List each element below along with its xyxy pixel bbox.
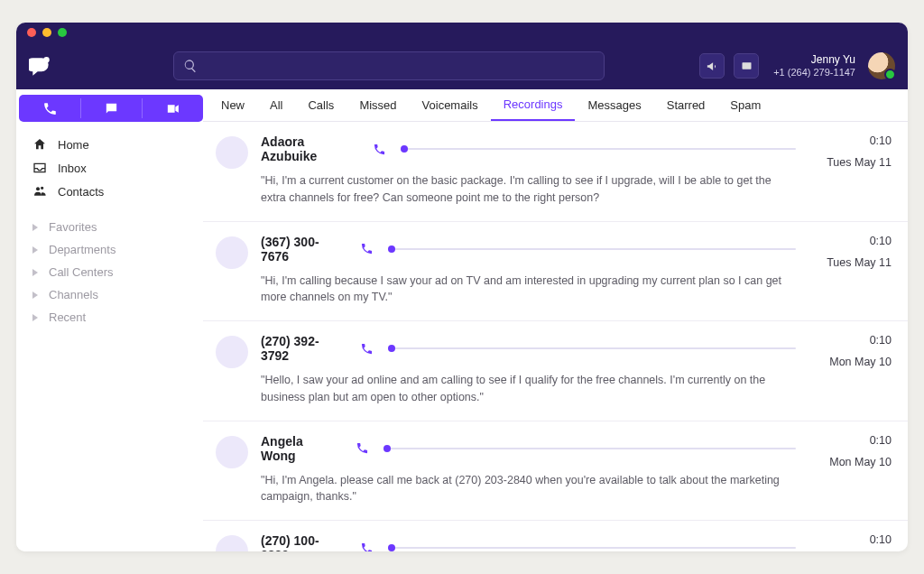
tab-new[interactable]: New <box>208 89 257 121</box>
titlebar <box>16 23 908 42</box>
present-button[interactable] <box>734 53 759 79</box>
recording-transcript: "Hi, I'm a current customer on the basic… <box>261 172 796 207</box>
recording-duration: 0:10 <box>808 235 892 247</box>
phone-icon[interactable] <box>356 441 369 455</box>
recording-row[interactable]: Angela Wong "Hi, I'm Angela. please call… <box>203 421 908 522</box>
topbar-right: Jenny Yu +1 (264) 279-1147 <box>699 52 895 79</box>
caller-name: Angela Wong <box>261 434 341 463</box>
caller-name: Adaora Azubuike <box>261 134 358 163</box>
playback-progress[interactable] <box>401 148 796 150</box>
window-close-icon[interactable] <box>27 28 36 37</box>
sidebar-item-label: Home <box>58 138 89 152</box>
caller-avatar <box>216 236 248 269</box>
recording-duration: 0:10 <box>808 434 892 447</box>
sidebar-item-home[interactable]: Home <box>23 133 196 156</box>
video-icon <box>165 101 180 116</box>
recording-date: Tues May 11 <box>808 156 892 169</box>
user-name: Jenny Yu <box>773 53 855 66</box>
new-call-button[interactable] <box>19 95 80 122</box>
recording-date: Tues May 11 <box>808 256 892 269</box>
tab-missed[interactable]: Missed <box>346 89 409 121</box>
recording-duration: 0:10 <box>808 134 892 147</box>
caller-avatar <box>216 535 248 551</box>
primary-nav: Home Inbox Contacts <box>16 129 203 207</box>
recording-duration: 0:10 <box>808 533 892 546</box>
sidebar-item-label: Call Centers <box>49 265 114 279</box>
topbar: Jenny Yu +1 (264) 279-1147 <box>16 42 908 89</box>
recording-row[interactable]: (367) 300-7676 "Hi, I'm calling because … <box>203 222 908 322</box>
chevron-right-icon <box>32 292 38 299</box>
sidebar-item-label: Departments <box>49 243 116 256</box>
new-message-button[interactable] <box>80 95 142 122</box>
tabs: New All Calls Missed Voicemails Recordin… <box>203 89 908 122</box>
phone-icon[interactable] <box>360 542 374 552</box>
caller-avatar <box>216 436 248 468</box>
tab-starred[interactable]: Starred <box>654 89 718 121</box>
sidebar-item-recent[interactable]: Recent <box>23 306 196 329</box>
tab-all[interactable]: All <box>257 89 295 121</box>
secondary-nav: Favorites Departments Call Centers Chann… <box>16 212 203 332</box>
sidebar-item-inbox[interactable]: Inbox <box>23 156 196 180</box>
svg-point-2 <box>36 187 40 190</box>
caller-name: (270) 100-3820 <box>261 533 346 551</box>
search-icon <box>183 59 198 73</box>
chevron-right-icon <box>32 314 38 321</box>
caller-avatar <box>216 336 248 368</box>
recording-transcript: "Hi, I'm Angela. please call me back at … <box>261 472 796 506</box>
chevron-right-icon <box>32 246 38 254</box>
megaphone-icon <box>706 60 719 73</box>
tab-calls[interactable]: Calls <box>295 89 346 121</box>
tab-messages[interactable]: Messages <box>575 89 653 121</box>
sidebar-item-favorites[interactable]: Favorites <box>23 216 196 238</box>
recording-row[interactable]: Adaora Azubuike "Hi, I'm a current custo… <box>203 122 908 222</box>
sidebar-item-channels[interactable]: Channels <box>23 283 196 306</box>
chevron-right-icon <box>32 224 38 231</box>
home-icon <box>32 137 47 152</box>
user-phone: +1 (264) 279-1147 <box>773 66 855 79</box>
sidebar-item-departments[interactable]: Departments <box>23 238 196 261</box>
present-icon <box>740 60 753 73</box>
caller-name: (367) 300-7676 <box>261 235 346 264</box>
sidebar-item-contacts[interactable]: Contacts <box>23 180 196 203</box>
sidebar: Home Inbox Contacts Favorites <box>16 89 203 551</box>
recording-transcript: "Hi, I'm calling because I saw your ad o… <box>261 273 796 307</box>
sidebar-item-label: Contacts <box>58 185 104 199</box>
sidebar-item-label: Recent <box>49 310 86 324</box>
recording-duration: 0:10 <box>808 334 892 347</box>
recordings-list: Adaora Azubuike "Hi, I'm a current custo… <box>203 122 908 551</box>
playback-progress[interactable] <box>383 448 796 449</box>
playback-progress[interactable] <box>388 248 796 250</box>
phone-icon[interactable] <box>360 342 374 356</box>
svg-point-0 <box>43 57 49 62</box>
playback-progress[interactable] <box>388 347 796 349</box>
tab-voicemails[interactable]: Voicemails <box>410 89 491 121</box>
phone-icon[interactable] <box>360 242 374 255</box>
recording-row[interactable]: (270) 392-3792 "Hello, I saw your ad onl… <box>203 321 908 421</box>
user-info[interactable]: Jenny Yu +1 (264) 279-1147 <box>773 53 855 79</box>
chevron-right-icon <box>32 269 38 276</box>
tab-spam[interactable]: Spam <box>717 89 773 121</box>
window-minimize-icon[interactable] <box>42 28 51 37</box>
playback-progress[interactable] <box>388 547 796 549</box>
recording-row[interactable]: (270) 100-3820 "Hi I'd like to cancel my… <box>203 521 908 551</box>
app-logo-icon[interactable] <box>29 56 52 76</box>
recording-date: Mon May 10 <box>808 356 892 368</box>
contacts-icon <box>32 184 47 199</box>
sidebar-item-call-centers[interactable]: Call Centers <box>23 261 196 283</box>
tab-recordings[interactable]: Recordings <box>491 89 576 121</box>
sidebar-item-label: Channels <box>49 288 98 301</box>
phone-icon[interactable] <box>373 143 386 156</box>
caller-name: (270) 392-3792 <box>261 334 346 363</box>
message-icon <box>104 101 119 116</box>
sidebar-item-label: Favorites <box>49 220 97 234</box>
caller-avatar <box>216 136 248 169</box>
window-maximize-icon[interactable] <box>58 28 67 37</box>
search-input[interactable] <box>173 51 605 80</box>
new-video-button[interactable] <box>142 95 203 122</box>
recording-transcript: "Hello, I saw your ad online and am call… <box>261 372 796 406</box>
main: New All Calls Missed Voicemails Recordin… <box>203 89 908 551</box>
announcement-button[interactable] <box>699 53 725 79</box>
avatar[interactable] <box>868 52 895 79</box>
recording-date: Mon May 10 <box>808 456 892 468</box>
svg-rect-1 <box>742 62 751 69</box>
